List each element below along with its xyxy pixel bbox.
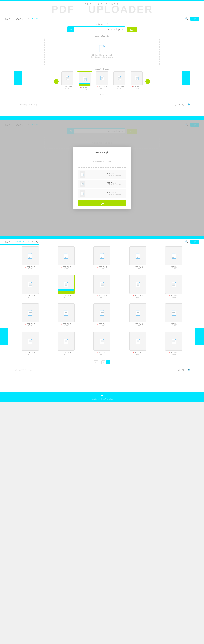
nav-home-link[interactable]: الرئيسية [32,17,39,20]
grid-file-thumbnail: 📄 [94,246,110,265]
twitter-icon[interactable]: 🐦 [188,103,190,106]
table-row[interactable]: 📄 PDF File 5 × 10 kb [157,246,190,270]
file-delete-button[interactable]: × [80,87,81,89]
table-row[interactable]: 📄 PDF File 3 × 10 kb [157,275,190,298]
grid-file-size: 10 kb [172,268,176,270]
googleplus-icon[interactable]: g+ [182,103,185,106]
grid-file-size: 10 kb [28,296,32,298]
grid-delete-button[interactable]: × [25,352,26,354]
grid-file-name: PDF File 5 × [169,323,179,325]
navbar-right-s3: الرئيسية الملفات المرفوعة العودة [5,240,39,243]
footer-section1: 🐦 f g+ Be ◎ جميع الحقوق محفوظة © عمر الش… [0,102,204,108]
grid-delete-button[interactable]: × [61,266,62,268]
page-button-2[interactable]: 2 [102,360,105,364]
behance-icon-s3[interactable]: Be [178,368,181,371]
modal-list-item[interactable]: PDF File 1 10 mb 01/01/2019 الملفات 📄 [78,170,126,179]
table-row[interactable]: 📄 PDF File 5 × 10 kb [14,246,47,270]
grid-delete-button[interactable]: × [169,295,170,296]
file-delete-button[interactable]: × [97,86,98,88]
file-delete-button[interactable]: × [63,86,64,88]
grid-delete-button[interactable]: × [169,352,170,354]
grid-view-button[interactable]: ⊞ [68,27,74,32]
section1-main: PDF - UPLOADER PDF _ UPLOADER جديد 🔍 الر… [0,0,204,116]
behance-icon[interactable]: Be [178,103,181,106]
grid-delete-button[interactable]: × [61,295,62,296]
file-delete-button[interactable]: × [132,86,133,88]
search-input[interactable] [78,27,125,32]
search-icon[interactable]: 🔍 [185,17,188,20]
grid-delete-button[interactable]: × [97,323,98,325]
grid-delete-button[interactable]: × [133,295,134,296]
page-button-1[interactable]: 1 [106,360,110,364]
table-row[interactable]: 📄 PDF File 5 × 10 kb [85,246,118,270]
table-row[interactable]: 📄 PDF File 6 × 10 kb [14,332,47,355]
grid-delete-button[interactable]: × [97,295,98,296]
table-row[interactable]: 📄 PDF File 1 × 10 kb [85,304,118,327]
grid-delete-button[interactable]: × [97,266,98,268]
pdf-icon: 📄 [171,282,177,287]
table-row[interactable]: 📄 PDF File 5 × 10 kb [121,275,155,298]
table-row[interactable]: 📄 PDF File 5 × 10 kb [49,304,83,327]
extra-icon[interactable]: ◎ [175,103,177,106]
list-item[interactable]: 📄 PDF File 1 × 10 kb [129,72,144,91]
table-row-selected[interactable]: 📄 PDF File 5 × 10 kb [49,275,83,298]
modal-list-item[interactable]: PDF File 2 10 mb 01/01/2019 الملفات 📄 [78,180,126,188]
list-item[interactable]: 📄 PDF File 5 × 10 kb [112,72,127,91]
table-row[interactable]: 📄 PDF File 6 × 10 kb [14,304,47,327]
table-row[interactable]: 📄 PDF File 1 × 10 kb [85,332,118,355]
file-delete-button[interactable]: × [114,86,116,88]
grid-delete-button[interactable]: × [133,323,134,325]
facebook-icon[interactable]: f [186,103,186,106]
list-item[interactable]: 📄 PDF File 5 × 10 kb [60,72,75,91]
googleplus-icon-s3[interactable]: g+ [182,368,185,371]
nav-back-link[interactable]: العودة [5,18,10,20]
grid-delete-button[interactable]: × [169,323,170,325]
table-row[interactable]: 📄 PDF File 5 × 10 kb [85,275,118,298]
table-row[interactable]: 📄 PDF File 5 × 10 kb [14,275,47,298]
grid-file-size: 10 kb [100,296,104,298]
search-dropdown-button[interactable]: ▾ [74,27,78,32]
grid-delete-button[interactable]: × [61,352,62,354]
nav-back-s3[interactable]: العودة [5,240,10,243]
list-item-selected[interactable]: 📄 PDF File 5 × 10 kb [77,72,92,91]
table-row[interactable]: 📄 PDF File 5 × 10 kb [49,332,83,355]
nav-home-s3[interactable]: الرئيسية [32,240,39,243]
twitter-icon-s3[interactable]: 🐦 [188,368,190,371]
new-button[interactable]: جديد [190,17,199,21]
page-button-3[interactable]: 3 [94,360,98,364]
modal-list-item[interactable]: PDF File 2 10 mb 01/01/2019 الملفات 📄 [78,189,126,198]
grid-file-name: PDF File 5 × [97,295,107,296]
nav-saved-link[interactable]: الملفات المرفوعة [14,18,29,20]
grid-delete-button[interactable]: × [61,323,62,325]
table-row[interactable]: 📄 PDF File 5 × 10 kb [121,304,155,327]
carousel-prev-button[interactable]: ‹ [145,79,150,84]
table-row[interactable]: 📄 PDF File 5 × 10 kb [49,246,83,270]
grid-delete-button[interactable]: × [25,295,26,296]
table-row[interactable]: 📄 PDF File 5 × 10 kb [157,332,190,355]
nav-saved-s3[interactable]: الملفات المرفوعة [14,240,29,243]
modal-upload-button[interactable]: رفع [78,200,126,206]
grid-delete-button[interactable]: × [133,352,134,354]
extra-icon-s3[interactable]: ◎ [175,368,177,371]
table-row[interactable]: 📄 PDF File 5 × 10 kb [121,246,155,270]
search-icon-s3[interactable]: 🔍 [185,240,188,244]
table-row[interactable]: 📄 PDF File 5 × 10 kb [157,304,190,327]
grid-delete-button[interactable]: × [25,266,26,268]
list-item[interactable]: 📄 PDF File 5 × 10 kb [94,72,110,91]
grid-delete-button[interactable]: × [25,323,26,325]
pdf-icon: 📄 [117,76,122,80]
carousel-next-button[interactable]: › [54,79,59,84]
grid-delete-button[interactable]: × [133,266,134,268]
grid-file-thumbnail: 📄 [94,332,110,351]
upload-drop-zone[interactable]: 📄 Select file to upload drag & drop or c… [44,38,160,65]
cyan-top-bar [0,0,204,1]
upload-button[interactable]: رفع [127,27,137,32]
pagination: 1 2 ... 3 [0,360,204,364]
new-button-s3[interactable]: جديد [190,240,199,244]
grid-delete-button[interactable]: × [169,266,170,268]
grid-delete-button[interactable]: × [97,352,98,354]
more-link[interactable]: المزيد [14,93,190,95]
facebook-icon-s3[interactable]: f [186,368,186,371]
table-row[interactable]: 📄 PDF File 1 × 10 kb [121,332,155,355]
modal-dropzone[interactable]: Select file to upload [78,156,126,168]
